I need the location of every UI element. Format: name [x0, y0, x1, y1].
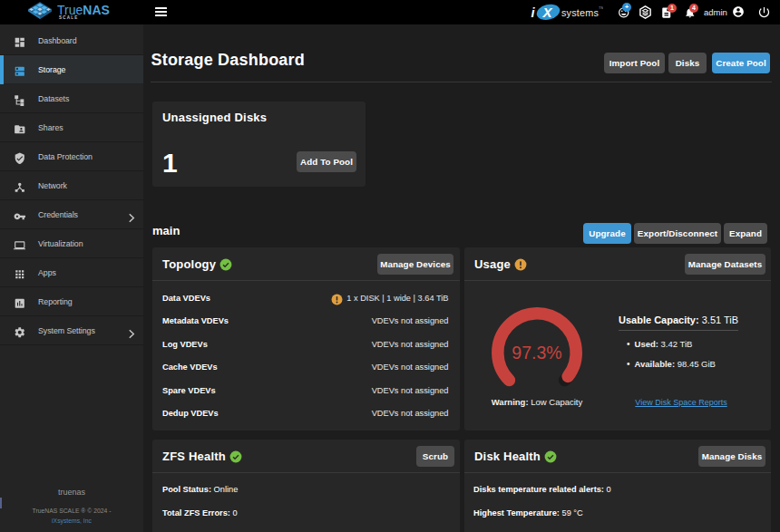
- svg-text:systems: systems: [561, 7, 599, 18]
- svg-text:X: X: [542, 5, 553, 20]
- svg-text:TM: TM: [599, 5, 603, 10]
- svg-text:i: i: [531, 5, 536, 20]
